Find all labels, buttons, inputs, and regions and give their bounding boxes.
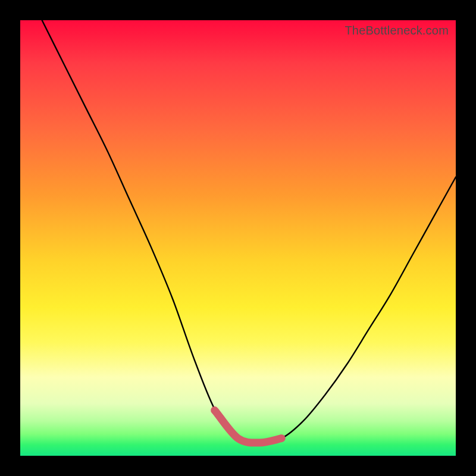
curve-svg <box>20 20 456 456</box>
highlight-segment <box>215 411 282 443</box>
chart-frame: TheBottleneck.com <box>0 0 476 476</box>
bottleneck-curve <box>42 20 456 443</box>
plot-area: TheBottleneck.com <box>20 20 456 456</box>
